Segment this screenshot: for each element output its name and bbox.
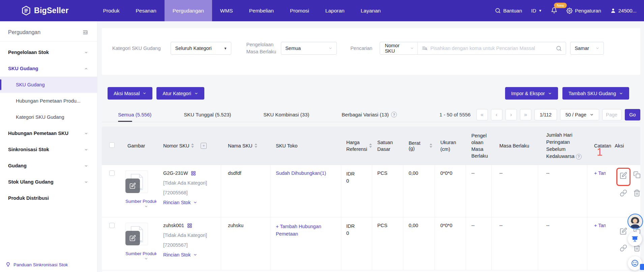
sidebar-item-hubungan-pemetaan-produk[interactable]: Hubungan Pemetaan Produ...: [0, 93, 97, 109]
language-selector[interactable]: ID ▼: [531, 8, 542, 13]
expiry-select[interactable]: Semua: [281, 42, 337, 55]
add-sku-button[interactable]: Tambah SKU Gudang: [562, 87, 629, 100]
import-export-button[interactable]: Impor & Ekspor: [505, 87, 558, 100]
notifications-button[interactable]: New: [551, 7, 557, 15]
user-account[interactable]: 24500...: [610, 8, 637, 13]
edit-image-button[interactable]: [125, 179, 140, 193]
cell-berat: 0,00: [403, 217, 435, 270]
cell-nama-sku: dsdfdf: [221, 165, 270, 217]
tab-berbagai-variasi[interactable]: Berbagai Variasi (13) ?: [342, 112, 397, 117]
last-page-button[interactable]: »: [520, 109, 531, 120]
go-button[interactable]: Go: [625, 109, 640, 120]
row-checkbox[interactable]: [109, 170, 115, 176]
side-tab-widget[interactable]: [640, 264, 644, 270]
promotion-widget[interactable]: [628, 232, 642, 246]
sort-icon[interactable]: [369, 143, 372, 148]
header-sku-toko: SKU Toko: [270, 143, 341, 148]
sidebar-item-hubungan-pemetaan-sku[interactable]: Hubungan Pemetaan SKU: [0, 125, 97, 141]
source-product-link[interactable]: Sumber Produk: [125, 251, 154, 256]
edit-sku-button[interactable]: [620, 227, 627, 235]
sku-category: [Tidak Ada Kategori]: [163, 180, 218, 186]
nav-item-pergudangan[interactable]: Pergudangan: [165, 0, 212, 21]
nav-item-layanan[interactable]: Layanan: [353, 0, 389, 21]
first-page-button[interactable]: «: [476, 109, 488, 120]
customer-service-avatar[interactable]: [627, 214, 643, 229]
cell-nama-sku: zuhsku: [221, 217, 270, 270]
row-checkbox[interactable]: [109, 223, 115, 228]
page-jump-input[interactable]: [602, 109, 622, 120]
add-note-link[interactable]: + Tambah: [594, 170, 606, 176]
link-sku-button[interactable]: [620, 189, 627, 197]
sidebar-item-sku-gudang[interactable]: SKU Gudang: [0, 77, 97, 93]
nav-item-produk[interactable]: Produk: [95, 0, 127, 21]
cell-nomor-sku: G2G-231W [Tidak Ada Kategori] [72005568]…: [156, 165, 221, 217]
match-mode-select[interactable]: Samar: [570, 42, 604, 55]
cell-jumlah-hari: --: [538, 217, 587, 270]
tab-semua[interactable]: Semua (5.556): [118, 112, 151, 117]
chevron-down-icon[interactable]: [144, 257, 148, 261]
cell-satuan: PCS: [372, 165, 403, 217]
edit-image-button[interactable]: [125, 231, 140, 245]
search-input[interactable]: [430, 46, 553, 51]
nav-item-wms[interactable]: WMS: [212, 0, 241, 21]
stock-detail-link[interactable]: Rincian Stok: [163, 200, 218, 205]
expiry-filter-label: Pengelolaan Masa Berlaku: [246, 41, 276, 55]
sort-icon[interactable]: [191, 143, 194, 148]
delete-sku-button[interactable]: [633, 189, 640, 197]
sidebar-item-kategori-sku-gudang[interactable]: Kategori SKU Gudang: [0, 109, 97, 125]
sidebar-item-pengelolaan-stok[interactable]: Pengelolaan Stok: [0, 44, 97, 60]
settings-button[interactable]: Pengaturan: [566, 8, 601, 14]
sidebar-item-label: Sinkronisasi Stok: [8, 147, 49, 152]
header-nama-sku: Nama SKU: [221, 143, 270, 148]
category-select[interactable]: Seluruh Kategori ▼: [171, 42, 231, 55]
next-page-button[interactable]: ›: [505, 109, 517, 120]
sync-guide-link[interactable]: Panduan Sinkronisasi Stok: [5, 262, 68, 267]
add-note-link[interactable]: + Tambah: [594, 223, 606, 228]
select-all-checkbox[interactable]: [109, 142, 115, 148]
tab-sku-kombinasi[interactable]: SKU Kombinasi (33): [263, 112, 309, 117]
sidebar-item-sinkronisasi-stok[interactable]: Sinkronisasi Stok: [0, 141, 97, 158]
bulk-action-button[interactable]: Aksi Massal: [108, 87, 152, 100]
search-icon[interactable]: [556, 46, 562, 51]
bigseller-logo[interactable]: BigSeller: [22, 6, 68, 16]
help-circle-icon[interactable]: ?: [391, 112, 397, 117]
tab-sku-tunggal[interactable]: SKU Tunggal (5.523): [184, 112, 231, 117]
help-circle-icon[interactable]: ?: [576, 154, 582, 160]
sku-code: [72005567]: [163, 242, 218, 248]
store-sku-link[interactable]: Sudah Dihubungkan(1): [276, 170, 326, 176]
sort-icon[interactable]: [430, 143, 432, 148]
collapse-sidebar-icon[interactable]: [82, 29, 88, 35]
lightbulb-icon: [5, 262, 11, 267]
nav-item-pesanan[interactable]: Pesanan: [128, 0, 165, 21]
edit-sku-button[interactable]: [620, 172, 627, 179]
add-column-icon[interactable]: +: [201, 143, 207, 149]
search-icon: [495, 8, 501, 13]
chevron-down-icon[interactable]: [144, 205, 148, 208]
search-type-select[interactable]: Nomor SKU: [380, 42, 418, 54]
prev-page-button[interactable]: ‹: [491, 109, 502, 120]
nav-item-pembelian[interactable]: Pembelian: [241, 0, 282, 21]
main-menu: Produk Pesanan Pergudangan WMS Pembelian…: [95, 0, 389, 21]
variation-grid-icon[interactable]: [187, 223, 192, 228]
variation-grid-icon[interactable]: [191, 171, 196, 176]
link-sku-button[interactable]: [620, 244, 627, 252]
stock-detail-label: Rincian Stok: [163, 252, 191, 257]
currency: IDR: [346, 223, 355, 229]
cell-ukuran: 0*0*0: [435, 217, 466, 270]
sidebar-item-sku-gudang-group[interactable]: SKU Gudang: [0, 60, 97, 77]
set-category-button[interactable]: Atur Kategori: [156, 87, 204, 100]
nav-item-laporan[interactable]: Laporan: [317, 0, 353, 21]
sidebar-item-stok-ulang-gudang[interactable]: Stok Ulang Gudang: [0, 174, 97, 190]
page-size-select[interactable]: 50 / Page: [560, 109, 599, 120]
sidebar-item-produk-distribusi[interactable]: Produk Distribusi: [0, 190, 97, 206]
nav-item-promosi[interactable]: Promosi: [282, 0, 317, 21]
copy-sku-button[interactable]: [633, 171, 640, 179]
add-mapping-link[interactable]: + Tambah Hubungan Pemetaan: [276, 223, 330, 238]
sidebar-title-row: Pergudangan: [0, 21, 97, 42]
help-button[interactable]: Bantuan: [495, 8, 522, 13]
sidebar-item-gudang[interactable]: Gudang: [0, 158, 97, 174]
sort-icon[interactable]: [255, 143, 257, 148]
category-filter-label: Kategori SKU Gudang: [112, 46, 160, 51]
source-product-link[interactable]: Sumber Produk: [125, 199, 154, 204]
stock-detail-link[interactable]: Rincian Stok: [163, 252, 218, 257]
